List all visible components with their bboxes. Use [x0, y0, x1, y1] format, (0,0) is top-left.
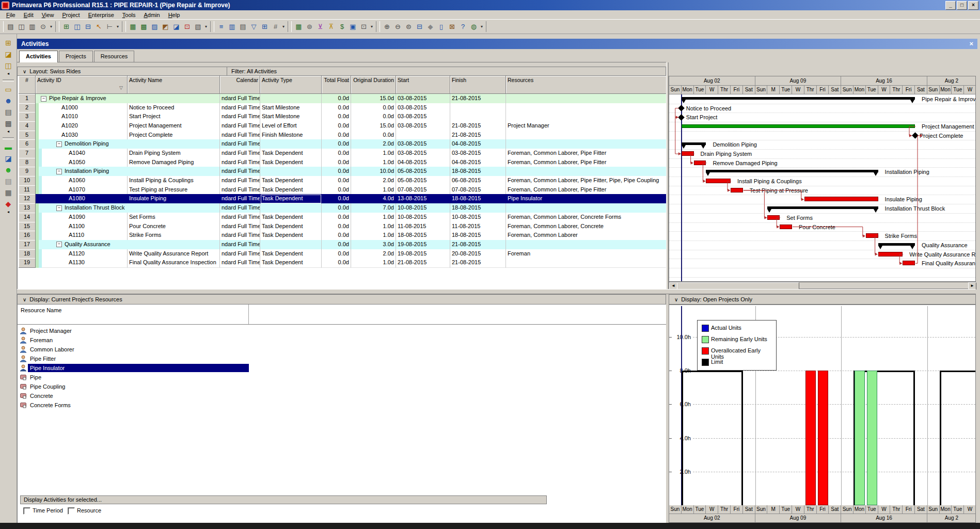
- activity-type-cell[interactable]: [260, 94, 322, 104]
- resource-list-item[interactable]: Concrete: [19, 391, 666, 400]
- menu-item-tools[interactable]: Tools: [118, 11, 140, 19]
- level-resources-icon[interactable]: ⊻: [315, 22, 325, 31]
- gantt-milestone-icon[interactable]: [678, 114, 685, 121]
- resources-window-icon[interactable]: ☻: [3, 95, 14, 106]
- dropdown-caret-icon[interactable]: ▾: [116, 22, 120, 31]
- calendar-cell[interactable]: ndard Full Time: [220, 121, 260, 131]
- resources-cell[interactable]: [506, 258, 666, 268]
- activity-type-cell[interactable]: Task Dependent: [260, 258, 322, 268]
- obs-window-icon[interactable]: ▤: [3, 107, 14, 117]
- wbs-window-icon[interactable]: ◪: [3, 153, 14, 164]
- activity-id-cell[interactable]: A1010: [36, 112, 128, 122]
- start-date-cell[interactable]: [396, 131, 450, 140]
- timescale-day-cell[interactable]: Sun: [755, 86, 768, 94]
- total-float-cell[interactable]: 0.0d: [322, 103, 351, 113]
- gantt-summary-bar[interactable]: [682, 97, 915, 100]
- gantt-summary-bar[interactable]: [706, 170, 878, 172]
- start-date-cell[interactable]: 11-08-2015: [396, 222, 450, 232]
- column-header-activity-type[interactable]: Activity Type: [260, 76, 322, 94]
- dropdown-caret-icon[interactable]: ◂: [3, 72, 14, 77]
- row-number-cell[interactable]: 9: [19, 167, 36, 177]
- expenses-window-icon[interactable]: ▦: [3, 187, 14, 198]
- calendar-cell[interactable]: ndard Full Time: [220, 112, 260, 122]
- zoom-in-icon[interactable]: ⊕: [382, 22, 392, 31]
- finish-date-cell[interactable]: 07-08-2015: [450, 185, 506, 195]
- activity-id-cell[interactable]: A1100: [36, 222, 128, 232]
- start-date-cell[interactable]: 13-08-2015: [396, 194, 450, 204]
- resource-list-item[interactable]: Pipe Insulator: [19, 363, 666, 373]
- menu-item-edit[interactable]: Edit: [20, 11, 38, 19]
- activity-type-cell[interactable]: Task Dependent: [260, 222, 322, 232]
- columns-icon[interactable]: ▥: [227, 22, 237, 31]
- total-float-cell[interactable]: 0.0d: [322, 167, 351, 177]
- activity-type-cell[interactable]: Task Dependent: [260, 213, 322, 222]
- original-duration-cell[interactable]: 1.0d: [351, 149, 396, 158]
- finish-date-cell[interactable]: 18-08-2015: [450, 231, 506, 241]
- activity-id-cell[interactable]: A1040: [36, 149, 128, 158]
- resources-cell[interactable]: Foreman, Common Laborer, Pipe Fitter: [506, 158, 666, 168]
- original-duration-cell[interactable]: 2.0d: [351, 249, 396, 259]
- finish-date-cell[interactable]: 21-08-2015: [450, 121, 506, 131]
- timescale-day-cell[interactable]: Mon: [853, 86, 866, 94]
- resources-cell[interactable]: Foreman, Common Laborer, Concrete: [506, 222, 666, 232]
- row-number-cell[interactable]: 4: [19, 121, 36, 131]
- close-icon[interactable]: ×: [969, 40, 973, 47]
- calendar-cell[interactable]: ndard Full Time: [220, 139, 260, 149]
- original-duration-cell[interactable]: 4.0d: [351, 194, 396, 204]
- original-duration-cell[interactable]: 1.0d: [351, 231, 396, 241]
- resource-list-item[interactable]: Foreman: [19, 335, 666, 345]
- row-number-cell[interactable]: 12: [19, 194, 36, 204]
- column-header-start[interactable]: Start: [396, 76, 450, 94]
- activities-window-icon[interactable]: ▬: [3, 142, 14, 152]
- activities-view-icon[interactable]: ▦: [128, 22, 138, 31]
- activity-type-cell[interactable]: [260, 203, 322, 213]
- finish-date-cell[interactable]: 04-08-2015: [450, 158, 506, 168]
- row-number-cell[interactable]: 19: [19, 258, 36, 268]
- original-duration-cell[interactable]: 10.0d: [351, 167, 396, 177]
- activity-name-cell[interactable]: Test Piping at Pressure: [128, 185, 220, 195]
- start-date-cell[interactable]: 04-08-2015: [396, 158, 450, 168]
- timescale-day-cell[interactable]: Sun: [669, 86, 682, 94]
- resources-cell[interactable]: Foreman: [506, 249, 666, 259]
- activity-name-cell[interactable]: Start Project: [128, 112, 220, 122]
- timescale-week-cell[interactable]: Aug 02: [669, 76, 755, 86]
- timescale-day-cell[interactable]: Tue: [866, 86, 878, 94]
- finish-date-cell[interactable]: 18-08-2015: [450, 203, 506, 213]
- group-name-cell[interactable]: −Demolition Piping: [36, 139, 220, 149]
- finish-date-cell[interactable]: 04-08-2015: [450, 139, 506, 149]
- row-number-cell[interactable]: 14: [19, 213, 36, 222]
- resources-cell[interactable]: [506, 167, 666, 177]
- finish-date-cell[interactable]: [450, 103, 506, 113]
- chevron-down-icon[interactable]: ∨: [23, 297, 26, 302]
- menu-item-help[interactable]: Help: [164, 11, 184, 19]
- tab-projects[interactable]: Projects: [59, 51, 93, 62]
- print-preview-icon[interactable]: ◫: [17, 22, 26, 31]
- group-name-cell[interactable]: −Installation Piping: [36, 167, 220, 177]
- calendar-cell[interactable]: ndard Full Time: [220, 249, 260, 259]
- maximize-button[interactable]: □: [957, 1, 967, 10]
- activity-type-cell[interactable]: Task Dependent: [260, 185, 322, 195]
- total-float-cell[interactable]: 0.0d: [322, 94, 351, 104]
- resource-list-item[interactable]: Pipe Coupling: [19, 382, 666, 391]
- timescale-day-cell[interactable]: Thr: [718, 86, 731, 94]
- resource-list-item[interactable]: Concrete Forms: [19, 400, 666, 410]
- open-project-icon[interactable]: ◪: [3, 49, 14, 59]
- projects-window-icon[interactable]: ▭: [3, 84, 14, 94]
- timescale-day-cell[interactable]: Tue: [780, 86, 792, 94]
- sort-descending-icon[interactable]: ▽: [119, 85, 123, 90]
- resources-cell[interactable]: [506, 131, 666, 140]
- row-number-cell[interactable]: 18: [19, 249, 36, 259]
- histogram-panel-header[interactable]: ∨ Display: Open Projects Only: [669, 294, 976, 304]
- gantt-horizontal-scrollbar[interactable]: ◄►: [669, 282, 976, 289]
- menu-item-view[interactable]: View: [38, 11, 58, 19]
- activity-name-cell[interactable]: Set Forms: [128, 213, 220, 222]
- column-header-resources[interactable]: Resources: [506, 76, 666, 94]
- row-number-cell[interactable]: 11: [19, 185, 36, 195]
- original-duration-cell[interactable]: 7.0d: [351, 203, 396, 213]
- timescale-day-cell[interactable]: Thr: [804, 86, 817, 94]
- resources-cell[interactable]: Foreman, Common Laborer, Concrete Forms: [506, 213, 666, 222]
- column-header-calendar[interactable]: Calendar: [220, 76, 260, 94]
- menu-item-enterprise[interactable]: Enterprise: [84, 11, 118, 19]
- column-divider[interactable]: [248, 304, 249, 324]
- gantt-task-bar[interactable]: [682, 151, 694, 156]
